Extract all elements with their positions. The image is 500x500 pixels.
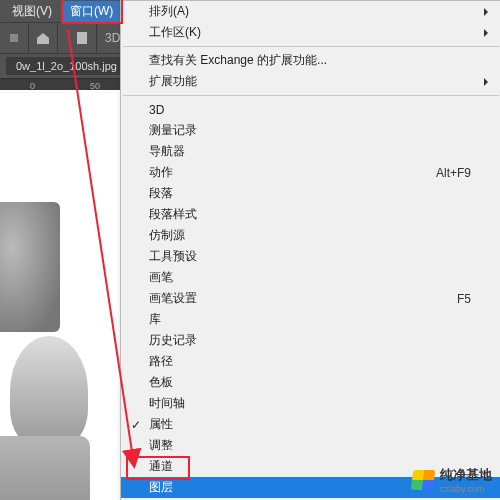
docs-icon	[74, 30, 90, 46]
svg-rect-0	[77, 32, 87, 44]
menu-3d[interactable]: 3D	[121, 99, 500, 120]
home-icon	[35, 30, 51, 46]
watermark-logo-icon	[411, 470, 436, 490]
menu-actions[interactable]: 动作Alt+F9	[121, 162, 500, 183]
photoshop-window: 视图(V) 窗口(W) 3D 0w_1l_2o_100sh.jpg @ 0 50…	[0, 0, 500, 500]
menu-window[interactable]: 窗口(W)	[62, 1, 121, 22]
menu-timeline[interactable]: 时间轴	[121, 393, 500, 414]
artwork-figure	[0, 202, 60, 332]
tool-slot[interactable]	[0, 24, 29, 52]
chevron-icon	[6, 30, 22, 46]
menu-paths[interactable]: 路径	[121, 351, 500, 372]
window-menu: 排列(A) 工作区(K) 查找有关 Exchange 的扩展功能... 扩展功能…	[120, 0, 500, 500]
menu-brush[interactable]: 画笔	[121, 267, 500, 288]
menu-extensions[interactable]: 扩展功能	[121, 71, 500, 92]
menu-arrange[interactable]: 排列(A)	[121, 1, 500, 22]
menu-brush-settings[interactable]: 画笔设置F5	[121, 288, 500, 309]
menu-separator	[123, 95, 499, 96]
watermark-url: czlaby.com	[440, 484, 492, 494]
menu-history[interactable]: 历史记录	[121, 330, 500, 351]
menu-tool-presets[interactable]: 工具预设	[121, 246, 500, 267]
artwork-figure	[10, 336, 88, 446]
home-button[interactable]	[29, 24, 58, 52]
menu-library[interactable]: 库	[121, 309, 500, 330]
docs-button[interactable]	[68, 24, 97, 52]
artwork-figure	[0, 436, 90, 500]
watermark-name: 纯净基地	[440, 467, 492, 482]
menu-paragraph-styles[interactable]: 段落样式	[121, 204, 500, 225]
menu-properties[interactable]: 属性	[121, 414, 500, 435]
menu-adjustments[interactable]: 调整	[121, 435, 500, 456]
menu-exchange[interactable]: 查找有关 Exchange 的扩展功能...	[121, 50, 500, 71]
menu-swatches[interactable]: 色板	[121, 372, 500, 393]
menu-measure[interactable]: 测量记录	[121, 120, 500, 141]
menu-workspace[interactable]: 工作区(K)	[121, 22, 500, 43]
menu-clone-source[interactable]: 仿制源	[121, 225, 500, 246]
menu-separator	[123, 46, 499, 47]
watermark: 纯净基地 czlaby.com	[412, 466, 492, 494]
menu-view[interactable]: 视图(V)	[4, 1, 60, 22]
menu-navigator[interactable]: 导航器	[121, 141, 500, 162]
menu-paragraph[interactable]: 段落	[121, 183, 500, 204]
